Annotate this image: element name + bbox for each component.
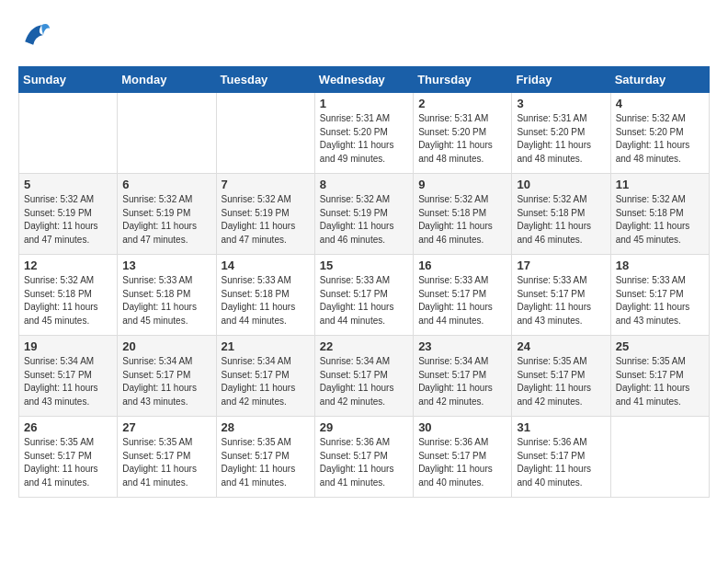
weekday-header-tuesday: Tuesday: [216, 67, 314, 93]
cell-info: Sunrise: 5:33 AMSunset: 5:18 PMDaylight:…: [222, 274, 310, 327]
cell-sunrise: Sunrise: 5:35 AM: [517, 356, 586, 366]
cell-daylight: Daylight: 11 hours and 48 minutes.: [418, 140, 493, 164]
cell-sunrise: Sunrise: 5:32 AM: [320, 194, 390, 204]
cell-info: Sunrise: 5:33 AMSunset: 5:17 PMDaylight:…: [517, 274, 605, 327]
cell-info: Sunrise: 5:33 AMSunset: 5:18 PMDaylight:…: [122, 274, 210, 327]
cell-sunset: Sunset: 5:19 PM: [122, 208, 190, 218]
cell-sunrise: Sunrise: 5:31 AM: [320, 113, 390, 123]
cell-sunrise: Sunrise: 5:33 AM: [122, 275, 192, 285]
calendar-cell: 15Sunrise: 5:33 AMSunset: 5:17 PMDayligh…: [314, 255, 413, 336]
cell-daylight: Daylight: 11 hours and 42 minutes.: [222, 383, 296, 407]
cell-sunrise: Sunrise: 5:32 AM: [616, 194, 686, 204]
cell-info: Sunrise: 5:35 AMSunset: 5:17 PMDaylight:…: [24, 436, 112, 489]
cell-daylight: Daylight: 11 hours and 42 minutes.: [418, 383, 493, 407]
cell-daylight: Daylight: 11 hours and 41 minutes.: [222, 464, 296, 488]
weekday-header-row: SundayMondayTuesdayWednesdayThursdayFrid…: [19, 67, 710, 93]
cell-sunset: Sunset: 5:17 PM: [320, 370, 388, 380]
cell-date-number: 9: [418, 178, 506, 191]
calendar-cell: 21Sunrise: 5:34 AMSunset: 5:17 PMDayligh…: [216, 336, 314, 417]
cell-sunrise: Sunrise: 5:33 AM: [320, 275, 390, 285]
cell-sunset: Sunset: 5:17 PM: [616, 289, 684, 299]
logo: [18, 18, 55, 52]
calendar-cell: 8Sunrise: 5:32 AMSunset: 5:19 PMDaylight…: [314, 174, 413, 255]
cell-date-number: 7: [222, 178, 310, 191]
weekday-header-thursday: Thursday: [414, 67, 512, 93]
cell-info: Sunrise: 5:31 AMSunset: 5:20 PMDaylight:…: [320, 112, 408, 166]
cell-sunset: Sunset: 5:18 PM: [122, 289, 190, 299]
cell-date-number: 18: [616, 259, 704, 272]
cell-info: Sunrise: 5:31 AMSunset: 5:20 PMDaylight:…: [418, 112, 506, 166]
cell-date-number: 12: [24, 259, 112, 272]
cell-date-number: 3: [517, 97, 605, 110]
calendar-cell: 25Sunrise: 5:35 AMSunset: 5:17 PMDayligh…: [610, 336, 709, 417]
calendar-cell: 30Sunrise: 5:36 AMSunset: 5:17 PMDayligh…: [414, 417, 512, 498]
cell-sunrise: Sunrise: 5:31 AM: [517, 113, 586, 123]
calendar-cell: 28Sunrise: 5:35 AMSunset: 5:17 PMDayligh…: [216, 417, 314, 498]
cell-sunset: Sunset: 5:18 PM: [616, 208, 684, 218]
cell-daylight: Daylight: 11 hours and 43 minutes.: [517, 302, 591, 326]
cell-date-number: 6: [122, 178, 210, 191]
cell-sunset: Sunset: 5:17 PM: [320, 451, 388, 461]
calendar-cell: 31Sunrise: 5:36 AMSunset: 5:17 PMDayligh…: [512, 417, 610, 498]
cell-sunset: Sunset: 5:17 PM: [517, 289, 585, 299]
calendar-cell: 10Sunrise: 5:32 AMSunset: 5:18 PMDayligh…: [512, 174, 610, 255]
calendar-cell: 4Sunrise: 5:32 AMSunset: 5:20 PMDaylight…: [610, 93, 709, 174]
cell-sunrise: Sunrise: 5:35 AM: [616, 356, 686, 366]
cell-daylight: Daylight: 11 hours and 45 minutes.: [122, 302, 197, 326]
cell-sunset: Sunset: 5:17 PM: [24, 370, 92, 380]
cell-date-number: 17: [517, 259, 605, 272]
cell-sunrise: Sunrise: 5:34 AM: [320, 356, 390, 366]
cell-info: Sunrise: 5:32 AMSunset: 5:19 PMDaylight:…: [24, 193, 112, 247]
cell-sunrise: Sunrise: 5:32 AM: [616, 113, 686, 123]
cell-date-number: 31: [517, 420, 605, 434]
cell-daylight: Daylight: 11 hours and 44 minutes.: [320, 302, 394, 326]
cell-sunrise: Sunrise: 5:35 AM: [24, 437, 94, 447]
calendar-table: SundayMondayTuesdayWednesdayThursdayFrid…: [18, 66, 710, 498]
calendar-cell: 7Sunrise: 5:32 AMSunset: 5:19 PMDaylight…: [216, 174, 314, 255]
cell-date-number: 2: [418, 97, 506, 110]
cell-info: Sunrise: 5:32 AMSunset: 5:18 PMDaylight:…: [24, 274, 112, 327]
cell-date-number: 25: [616, 339, 704, 353]
calendar-cell: [610, 417, 709, 498]
cell-daylight: Daylight: 11 hours and 41 minutes.: [122, 464, 197, 488]
cell-sunset: Sunset: 5:17 PM: [418, 289, 486, 299]
cell-daylight: Daylight: 11 hours and 43 minutes.: [122, 383, 197, 407]
weekday-header-saturday: Saturday: [610, 67, 709, 93]
calendar-cell: 27Sunrise: 5:35 AMSunset: 5:17 PMDayligh…: [118, 417, 216, 498]
cell-sunrise: Sunrise: 5:34 AM: [122, 356, 192, 366]
calendar-cell: 3Sunrise: 5:31 AMSunset: 5:20 PMDaylight…: [512, 93, 610, 174]
cell-date-number: 10: [517, 178, 605, 191]
cell-daylight: Daylight: 11 hours and 41 minutes.: [616, 383, 690, 407]
cell-sunset: Sunset: 5:17 PM: [24, 451, 92, 461]
cell-sunset: Sunset: 5:20 PM: [616, 127, 684, 137]
cell-sunrise: Sunrise: 5:35 AM: [122, 437, 192, 447]
calendar-week-row: 1Sunrise: 5:31 AMSunset: 5:20 PMDaylight…: [19, 93, 710, 174]
cell-daylight: Daylight: 11 hours and 47 minutes.: [24, 221, 98, 245]
cell-info: Sunrise: 5:33 AMSunset: 5:17 PMDaylight:…: [418, 274, 506, 327]
cell-sunrise: Sunrise: 5:36 AM: [517, 437, 586, 447]
cell-sunrise: Sunrise: 5:33 AM: [616, 275, 686, 285]
cell-daylight: Daylight: 11 hours and 41 minutes.: [24, 464, 98, 488]
calendar-cell: 23Sunrise: 5:34 AMSunset: 5:17 PMDayligh…: [414, 336, 512, 417]
calendar-cell: 2Sunrise: 5:31 AMSunset: 5:20 PMDaylight…: [414, 93, 512, 174]
cell-sunset: Sunset: 5:17 PM: [418, 370, 486, 380]
cell-sunrise: Sunrise: 5:34 AM: [222, 356, 291, 366]
cell-info: Sunrise: 5:32 AMSunset: 5:19 PMDaylight:…: [222, 193, 310, 247]
cell-daylight: Daylight: 11 hours and 41 minutes.: [320, 464, 394, 488]
cell-date-number: 14: [222, 259, 310, 272]
cell-date-number: 27: [122, 420, 210, 434]
calendar-cell: 12Sunrise: 5:32 AMSunset: 5:18 PMDayligh…: [19, 255, 118, 336]
cell-sunset: Sunset: 5:17 PM: [222, 451, 290, 461]
cell-sunrise: Sunrise: 5:34 AM: [24, 356, 94, 366]
cell-sunrise: Sunrise: 5:34 AM: [418, 356, 488, 366]
cell-sunset: Sunset: 5:19 PM: [320, 208, 388, 218]
cell-info: Sunrise: 5:34 AMSunset: 5:17 PMDaylight:…: [320, 355, 408, 408]
cell-sunrise: Sunrise: 5:33 AM: [418, 275, 488, 285]
cell-daylight: Daylight: 11 hours and 42 minutes.: [517, 383, 591, 407]
cell-sunset: Sunset: 5:18 PM: [222, 289, 290, 299]
cell-info: Sunrise: 5:35 AMSunset: 5:17 PMDaylight:…: [222, 436, 310, 489]
cell-daylight: Daylight: 11 hours and 46 minutes.: [418, 221, 493, 245]
calendar-cell: [19, 93, 118, 174]
cell-info: Sunrise: 5:36 AMSunset: 5:17 PMDaylight:…: [517, 436, 605, 489]
cell-date-number: 28: [222, 420, 310, 434]
